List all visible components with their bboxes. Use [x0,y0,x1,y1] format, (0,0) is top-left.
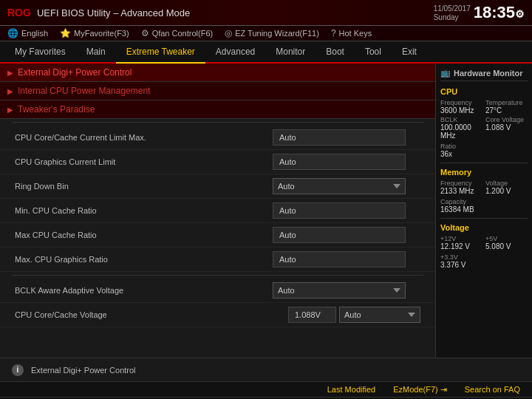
section-external-digi[interactable]: ▶ External Digi+ Power Control [0,64,435,82]
tab-advanced[interactable]: Advanced [205,41,265,62]
hw-cpu-grid: Frequency 3600 MHz Temperature 27°C BCLK… [440,99,528,140]
section-arrow-3: ▶ [7,106,13,114]
footer-last-modified: Last Modified [327,385,375,395]
setting-label-max-cpu-cache: Max CPU Cache Ratio [15,231,273,239]
hw-monitor-title: 📺 Hardware Monitor [440,68,528,81]
toolbar-hotkeys[interactable]: ? Hot Keys [331,28,372,38]
content-area: ▶ External Digi+ Power Control ▶ Interna… [0,64,436,358]
setting-ring-down-bin: Ring Down Bin Auto Enabled Disabled [0,174,435,199]
tab-favorites[interactable]: My Favorites [4,41,76,62]
qfan-icon: ⚙ [141,28,149,38]
hw-monitor: 📺 Hardware Monitor CPU Frequency 3600 MH… [436,64,532,358]
time-display: 18:35⚙ [474,3,525,22]
setting-value-ring-down-bin: Auto Enabled Disabled [273,178,420,194]
hw-mem-capacity: Capacity 16384 MB [440,198,528,214]
tab-monitor[interactable]: Monitor [265,41,316,62]
toolbar-qfan[interactable]: ⚙ Qfan Control(F6) [141,28,214,38]
favorites-icon: ⭐ [60,28,71,38]
hw-voltage-title: Voltage [440,223,528,232]
monitor-icon: 📺 [440,68,451,78]
setting-max-cpu-graphics: Max. CPU Graphics Ratio [0,248,435,272]
toolbar-language[interactable]: 🌐 English [7,28,48,38]
hw-cpu-corevolt: Core Voltage 1.088 V [485,116,528,140]
section-arrow-1: ▶ [7,69,13,77]
info-bar: i External Digi+ Power Control [0,358,532,381]
setting-cpu-graphics-current: CPU Graphics Current Limit [0,150,435,174]
nav-tabs: My Favorites Main Extreme Tweaker Advanc… [0,41,532,64]
setting-min-cpu-cache: Min. CPU Cache Ratio [0,199,435,223]
cpu-core-voltage-small-input[interactable] [288,307,336,323]
hw-mem-volt: Voltage 1.200 V [485,180,528,195]
title-left: ROG UEFI BIOS Utility – Advanced Mode [7,7,190,18]
setting-label-ring-down-bin: Ring Down Bin [15,182,273,191]
max-cpu-graphics-input[interactable] [273,251,406,267]
setting-cpu-core-current: CPU Core/Cache Current Limit Max. [0,126,435,150]
setting-label-cpu-core-current: CPU Core/Cache Current Limit Max. [15,133,273,142]
cpu-core-voltage-select[interactable]: Auto Manual Offset [339,307,420,323]
hw-cpu-ratio: Ratio 36x [440,143,528,158]
main-layout: ▶ External Digi+ Power Control ▶ Interna… [0,64,532,358]
setting-value-cpu-graphics-current [273,154,420,170]
tab-extreme-tweaker[interactable]: Extreme Tweaker [116,41,205,64]
footer-actions: Last Modified EzMode(F7) ⇥ Search on FAQ [0,385,532,398]
hw-cpu-bclk: BCLK 100.0000 MHz [440,116,482,140]
max-cpu-cache-input[interactable] [273,227,406,243]
info-text: External Digi+ Power Control [31,366,136,375]
hw-cpu-title: CPU [440,87,528,96]
setting-value-min-cpu-cache [273,202,420,219]
info-icon: i [12,364,24,376]
setting-label-min-cpu-cache: Min. CPU Cache Ratio [15,206,273,215]
hotkeys-icon: ? [331,28,336,38]
hw-v33: +3.3V 3.376 V [440,253,528,269]
rog-logo: ROG [7,7,31,18]
bclk-adaptive-select[interactable]: Auto Enabled Disabled [273,282,406,299]
hw-memory-grid: Frequency 2133 MHz Voltage 1.200 V [440,180,528,195]
setting-value-cpu-core-voltage: Auto Manual Offset [288,307,420,323]
setting-cpu-core-voltage: CPU Core/Cache Voltage Auto Manual Offse… [0,303,435,327]
hw-mem-freq: Frequency 2133 MHz [440,180,482,195]
tab-boot[interactable]: Boot [316,41,355,62]
hw-cpu-freq-label: Frequency 3600 MHz [440,99,482,115]
setting-value-cpu-core-current [273,129,420,146]
toolbar-eztuning[interactable]: ◎ EZ Tuning Wizard(F11) [225,28,319,38]
hw-voltage-grid: +12V 12.192 V +5V 5.080 V [440,235,528,250]
setting-label-cpu-graphics-current: CPU Graphics Current Limit [15,157,273,166]
datetime-block: 11/05/2017 Sunday [434,4,471,22]
setting-value-max-cpu-cache [273,227,420,243]
section-internal-cpu[interactable]: ▶ Internal CPU Power Management [0,82,435,100]
hw-v5: +5V 5.080 V [485,235,528,250]
setting-label-bclk-adaptive: BCLK Aware Adaptive Voltage [15,286,273,295]
date-display: 11/05/2017 [434,4,471,13]
section-tweakers-paradise[interactable]: ▶ Tweaker's Paradise [0,100,435,119]
title-bar: ROG UEFI BIOS Utility – Advanced Mode 11… [0,0,532,26]
tab-main[interactable]: Main [76,41,116,62]
bios-title: UEFI BIOS Utility – Advanced Mode [37,7,190,18]
footer-search-faq[interactable]: Search on FAQ [465,385,520,395]
setting-label-cpu-core-voltage: CPU Core/Cache Voltage [15,310,288,319]
toolbar-myfavorites[interactable]: ⭐ MyFavorite(F3) [60,28,129,38]
hw-v12: +12V 12.192 V [440,235,482,250]
setting-label-max-cpu-graphics: Max. CPU Graphics Ratio [15,255,273,264]
hw-memory-title: Memory [440,168,528,177]
language-icon: 🌐 [7,28,18,38]
footer: Last Modified EzMode(F7) ⇥ Search on FAQ… [0,381,532,399]
setting-bclk-adaptive: BCLK Aware Adaptive Voltage Auto Enabled… [0,279,435,303]
ez-icon: ◎ [225,28,232,38]
min-cpu-cache-input[interactable] [273,202,406,219]
setting-value-max-cpu-graphics [273,251,420,267]
cpu-graphics-current-input[interactable] [273,154,406,170]
toolbar: 🌐 English ⭐ MyFavorite(F3) ⚙ Qfan Contro… [0,26,532,41]
tab-tool[interactable]: Tool [355,41,392,62]
tab-exit[interactable]: Exit [392,41,427,62]
hw-cpu-temp-label: Temperature 27°C [485,99,528,115]
footer-ez-mode[interactable]: EzMode(F7) ⇥ [393,385,447,395]
day-display: Sunday [434,13,471,22]
section-arrow-2: ▶ [7,87,13,95]
cpu-core-current-input[interactable] [273,129,406,146]
ring-down-bin-select[interactable]: Auto Enabled Disabled [273,178,406,194]
setting-value-bclk-adaptive: Auto Enabled Disabled [273,282,420,299]
setting-max-cpu-cache: Max CPU Cache Ratio [0,223,435,248]
